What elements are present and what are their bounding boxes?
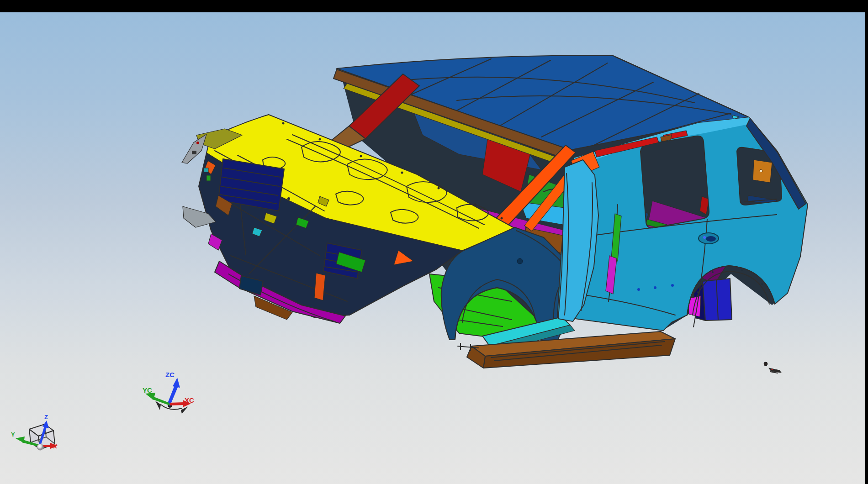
y-axis-label: Y bbox=[11, 431, 15, 438]
yc-axis-label: YC bbox=[143, 386, 152, 394]
z-axis-label: Z bbox=[44, 414, 48, 421]
loose-parts bbox=[764, 362, 781, 373]
datum-csys-triad[interactable]: Z Y X bbox=[11, 414, 58, 450]
xc-axis-label: XC bbox=[185, 396, 194, 404]
origin-ball bbox=[37, 444, 43, 450]
zc-axis-label: ZC bbox=[165, 371, 175, 379]
xc-axis-arrow bbox=[169, 402, 184, 405]
cad-application-window: ZC YC XC Z Y X bbox=[0, 0, 868, 484]
model-scene[interactable]: ZC YC XC Z Y X bbox=[0, 0, 868, 484]
wcs-triad[interactable]: ZC YC XC bbox=[143, 371, 194, 414]
x-axis-label: X bbox=[53, 443, 57, 450]
